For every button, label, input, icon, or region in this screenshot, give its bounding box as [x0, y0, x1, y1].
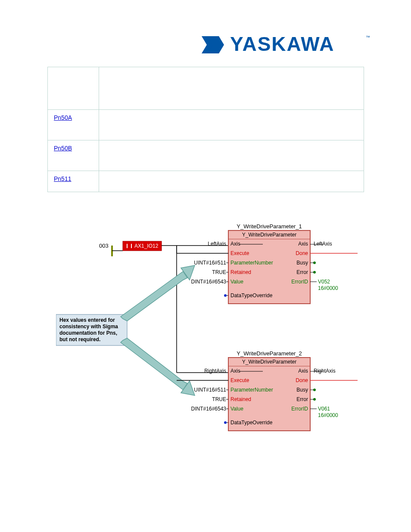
- svg-text:16#0000: 16#0000: [318, 285, 338, 291]
- svg-text:Busy: Busy: [296, 387, 308, 393]
- svg-text:RightAxis: RightAxis: [314, 368, 336, 374]
- pn-cell-2: Pn50B: [48, 140, 99, 171]
- svg-text:DataTypeOverride: DataTypeOverride: [230, 420, 273, 426]
- ladder-diagram: 003 AX1_IO12 Hex values entered for cons…: [56, 220, 358, 454]
- svg-text:LeftAxis: LeftAxis: [314, 241, 332, 247]
- svg-text:TRUE: TRUE: [212, 269, 226, 275]
- svg-text:Y_WriteDriveParameter_1: Y_WriteDriveParameter_1: [237, 223, 302, 230]
- svg-text:Done: Done: [296, 377, 308, 383]
- svg-text:UINT#16#511: UINT#16#511: [194, 387, 226, 393]
- svg-text:Retained: Retained: [230, 396, 251, 402]
- svg-text:™: ™: [366, 35, 370, 40]
- desc-cell-1: [99, 110, 364, 140]
- svg-text:ParameterNumber: ParameterNumber: [230, 387, 273, 393]
- svg-text:Y_WriteDriveParameter: Y_WriteDriveParameter: [242, 232, 296, 238]
- svg-text:Y_WriteDriveParameter: Y_WriteDriveParameter: [242, 359, 296, 365]
- logo-text: YASKAWA: [230, 33, 334, 55]
- desc-cell-2: [99, 140, 364, 171]
- svg-text:Done: Done: [296, 250, 308, 256]
- svg-text:Execute: Execute: [230, 250, 249, 256]
- pn-cell-3: Pn511: [48, 171, 99, 192]
- svg-text:Error: Error: [296, 269, 308, 275]
- desc-cell-3: [99, 171, 364, 192]
- svg-point-72: [224, 421, 227, 424]
- svg-point-35: [224, 294, 227, 297]
- brand-logo: YASKAWA ™: [200, 30, 372, 58]
- svg-text:V052: V052: [318, 279, 330, 285]
- svg-text:but not required.: but not required.: [59, 336, 100, 342]
- svg-text:ErrorID: ErrorID: [291, 406, 308, 412]
- svg-marker-19: [121, 338, 187, 390]
- svg-text:LeftAxis: LeftAxis: [208, 241, 226, 247]
- svg-text:ParameterNumber: ParameterNumber: [230, 260, 273, 266]
- fb-block-1: Y_WriteDriveParameter_1 Y_WriteDrivePara…: [177, 223, 358, 304]
- pn-cell-0: [48, 67, 99, 110]
- svg-text:RightAxis: RightAxis: [204, 368, 226, 374]
- fb-block-2: Y_WriteDriveParameter_2 Y_WriteDrivePara…: [177, 350, 358, 431]
- svg-text:Retained: Retained: [230, 269, 251, 275]
- contact-label: AX1_IO12: [134, 243, 159, 249]
- desc-cell-0: [99, 67, 364, 110]
- svg-text:Axis: Axis: [230, 368, 240, 374]
- svg-text:Y_WriteDriveParameter_2: Y_WriteDriveParameter_2: [237, 350, 302, 357]
- rung-label: 003: [99, 243, 109, 249]
- svg-text:ErrorID: ErrorID: [291, 279, 308, 285]
- svg-text:16#0000: 16#0000: [318, 412, 338, 418]
- svg-text:DINT#16#6543: DINT#16#6543: [191, 406, 227, 412]
- svg-text:Execute: Execute: [230, 377, 249, 383]
- svg-text:Axis: Axis: [298, 368, 308, 374]
- svg-text:Axis: Axis: [298, 241, 308, 247]
- svg-text:Error: Error: [296, 396, 308, 402]
- svg-text:documentation for Pns,: documentation for Pns,: [59, 330, 117, 336]
- parameter-table: Pn50A Pn50B Pn511: [47, 67, 364, 192]
- svg-text:Value: Value: [230, 279, 243, 285]
- svg-marker-17: [121, 271, 187, 321]
- svg-text:DINT#16#6543: DINT#16#6543: [191, 279, 227, 285]
- pn-cell-1: Pn50A: [48, 110, 99, 140]
- svg-text:Axis: Axis: [230, 241, 240, 247]
- arrow-down-icon: [121, 338, 195, 395]
- svg-text:Value: Value: [230, 406, 243, 412]
- svg-text:UINT#16#511: UINT#16#511: [194, 260, 226, 266]
- svg-text:V061: V061: [318, 406, 330, 412]
- svg-text:TRUE: TRUE: [212, 396, 226, 402]
- svg-text:consistency with Sigma: consistency with Sigma: [59, 324, 118, 330]
- svg-text:Hex values entered for: Hex values entered for: [59, 317, 115, 323]
- arrow-up-icon: [121, 265, 195, 321]
- svg-text:Busy: Busy: [296, 260, 308, 266]
- svg-text:DataTypeOverride: DataTypeOverride: [230, 292, 273, 299]
